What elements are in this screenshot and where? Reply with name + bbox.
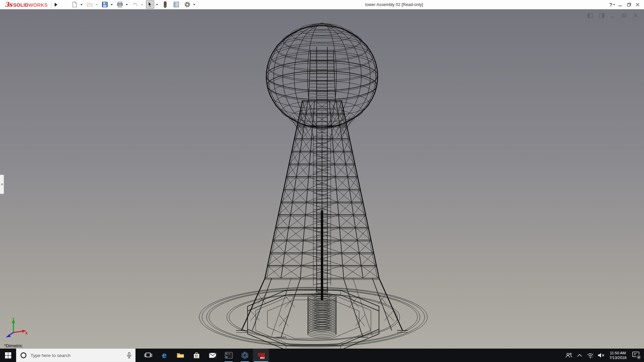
windows-logo-icon bbox=[4, 352, 12, 359]
hexagon-app-taskbar-button[interactable] bbox=[237, 349, 253, 362]
design-report-button[interactable] bbox=[172, 0, 180, 9]
x-axis-label: X bbox=[25, 331, 28, 335]
store-taskbar-button[interactable] bbox=[189, 349, 205, 362]
cmd-icon: C:\ bbox=[224, 351, 233, 360]
open-button bbox=[86, 0, 94, 9]
doc-close-icon bbox=[633, 13, 638, 18]
close-icon bbox=[636, 3, 640, 7]
orientation-triad: Y X bbox=[5, 317, 28, 339]
brand-solid: SOLID bbox=[13, 2, 29, 8]
people-icon bbox=[565, 352, 573, 359]
tower-wireframe-model[interactable] bbox=[0, 9, 644, 349]
open-folder-icon bbox=[87, 1, 93, 8]
svg-text:2017: 2017 bbox=[260, 357, 265, 359]
save-button[interactable] bbox=[101, 0, 109, 9]
chevron-up-icon bbox=[577, 353, 583, 357]
traffic-light-icon bbox=[162, 1, 168, 8]
svg-text:C:\: C:\ bbox=[226, 353, 230, 355]
solidworks-logo: 3s SOLID WORKS bbox=[5, 1, 48, 8]
folder-icon bbox=[176, 351, 185, 360]
save-dropdown-icon[interactable] bbox=[111, 4, 113, 5]
pane-right-icon bbox=[599, 13, 604, 18]
clock-date: 7/13/2018 bbox=[607, 355, 629, 360]
brand-works: WORKS bbox=[29, 2, 48, 8]
mail-taskbar-button[interactable] bbox=[205, 349, 221, 362]
y-axis-label: Y bbox=[12, 317, 15, 321]
people-button[interactable] bbox=[564, 349, 574, 362]
collapsed-panel-tab[interactable] bbox=[0, 175, 4, 194]
menu-flyout-arrow-icon[interactable] bbox=[55, 3, 57, 7]
gear-icon bbox=[184, 1, 191, 8]
task-view-taskbar-button[interactable] bbox=[140, 349, 156, 362]
taskbar-apps: eC:\SW2017 bbox=[140, 349, 269, 362]
doc-minimize-icon bbox=[610, 13, 615, 18]
store-icon bbox=[192, 351, 201, 360]
view-orientation-label: *Dimetric bbox=[4, 343, 22, 348]
save-floppy-icon bbox=[102, 1, 108, 8]
pane-left-icon bbox=[587, 13, 593, 18]
select-arrow-icon bbox=[147, 1, 153, 8]
app-titlebar: 3s SOLID WORKS tower Assembly 02 [Read-o… bbox=[0, 0, 644, 9]
list-report-icon bbox=[173, 1, 179, 8]
quick-toolbar bbox=[70, 0, 198, 9]
options-dropdown-icon[interactable] bbox=[193, 4, 195, 5]
file-explorer-taskbar-button[interactable] bbox=[172, 349, 189, 362]
print-dropdown-icon[interactable] bbox=[126, 4, 128, 5]
doc-restore-icon bbox=[622, 13, 627, 18]
graphics-viewport[interactable]: Y X *Dimetric bbox=[0, 9, 644, 349]
minimize-icon bbox=[618, 3, 622, 7]
new-document-icon bbox=[71, 1, 78, 8]
restore-button[interactable] bbox=[625, 0, 633, 9]
edge-taskbar-button[interactable]: e bbox=[156, 349, 172, 362]
doc-minimize-button[interactable] bbox=[608, 12, 617, 19]
print-button[interactable] bbox=[116, 0, 124, 9]
close-button[interactable] bbox=[633, 0, 642, 9]
window-controls: ? bbox=[606, 0, 642, 9]
help-dropdown-icon[interactable] bbox=[613, 4, 615, 5]
cortana-icon bbox=[20, 352, 27, 359]
windows-taskbar: Type here to search eC:\SW2017 bbox=[0, 349, 644, 362]
doc-restore-button[interactable] bbox=[620, 12, 629, 19]
options-button[interactable] bbox=[183, 0, 192, 9]
solidworks-icon: SW2017 bbox=[257, 351, 265, 360]
taskbar-search-input[interactable]: Type here to search bbox=[16, 349, 136, 362]
separator bbox=[51, 1, 51, 8]
doc-close-button[interactable] bbox=[631, 12, 640, 19]
open-dropdown-icon[interactable] bbox=[96, 4, 98, 5]
interference-check-button[interactable] bbox=[161, 0, 169, 9]
pane-right-button[interactable] bbox=[597, 12, 606, 19]
minimize-button[interactable] bbox=[616, 0, 625, 9]
start-button[interactable] bbox=[0, 349, 16, 362]
network-button[interactable] bbox=[585, 349, 596, 362]
wifi-icon bbox=[586, 352, 594, 359]
undo-button bbox=[131, 0, 139, 9]
document-window-controls bbox=[586, 12, 640, 19]
volume-button[interactable] bbox=[596, 349, 606, 362]
hexagon-icon bbox=[240, 351, 249, 360]
new-document-button[interactable] bbox=[70, 0, 79, 9]
action-center-icon: 4 bbox=[632, 351, 642, 360]
taskbar-clock[interactable]: 11:50 AM 7/13/2018 bbox=[606, 351, 629, 360]
tray-expand-button[interactable] bbox=[574, 349, 585, 362]
system-tray: 11:50 AM 7/13/2018 4 bbox=[564, 349, 644, 362]
mail-icon bbox=[208, 351, 217, 360]
action-center-button[interactable]: 4 bbox=[629, 349, 644, 362]
volume-muted-icon bbox=[597, 352, 605, 359]
pane-left-button[interactable] bbox=[586, 12, 594, 19]
search-placeholder: Type here to search bbox=[31, 353, 122, 358]
restore-icon bbox=[627, 3, 631, 7]
print-icon bbox=[117, 1, 123, 8]
brand-mark: 3s bbox=[5, 1, 12, 8]
new-document-dropdown-icon[interactable] bbox=[80, 4, 83, 5]
command-prompt-taskbar-button[interactable]: C:\ bbox=[221, 349, 237, 362]
notification-count: 4 bbox=[638, 355, 640, 359]
select-dropdown-icon[interactable] bbox=[156, 4, 158, 5]
window-title: tower Assembly 02 [Read-only] bbox=[342, 0, 446, 9]
microphone-icon[interactable] bbox=[126, 352, 132, 359]
undo-dropdown-icon[interactable] bbox=[141, 4, 143, 5]
clock-time: 11:50 AM bbox=[607, 351, 629, 355]
undo-arrow-icon bbox=[132, 1, 138, 8]
solidworks-2017-taskbar-button[interactable]: SW2017 bbox=[253, 349, 269, 362]
svg-text:e: e bbox=[162, 351, 166, 360]
select-button[interactable] bbox=[146, 0, 154, 9]
